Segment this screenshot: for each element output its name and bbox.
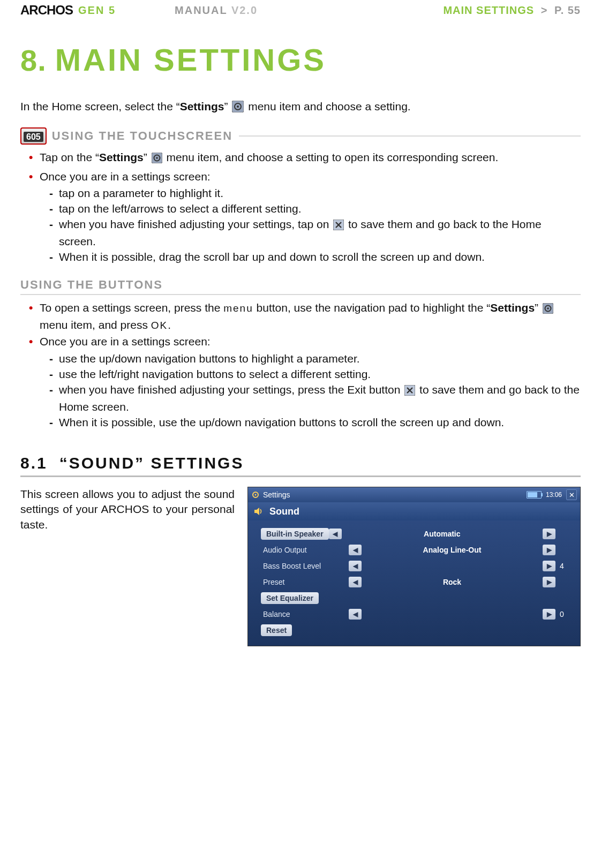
screenshot-title-bar: Sound: [248, 502, 580, 520]
text: tap on a parameter to highlight it.: [59, 187, 223, 199]
arrow-right-icon[interactable]: ▶: [543, 545, 555, 555]
setting-control: ◀▶: [349, 609, 555, 620]
setting-label: Bass Boost Level: [263, 562, 349, 570]
settings-icon: [543, 303, 553, 317]
arrow-left-icon[interactable]: ◀: [329, 529, 342, 539]
screenshot-status-bar: Settings 13:06 ✕: [248, 487, 580, 502]
text: ”: [535, 301, 542, 314]
section-touchscreen: 605 USING THE TOUCHSCREEN: [20, 127, 581, 145]
arrow-right-icon[interactable]: ▶: [543, 577, 555, 587]
close-icon: [333, 219, 344, 233]
section-touchscreen-label: USING THE TOUCHSCREEN: [52, 129, 232, 143]
text: Tap on the “: [40, 151, 99, 163]
list-item: when you have finished adjusting your se…: [49, 217, 581, 248]
arrow-right-icon[interactable]: ▶: [543, 529, 555, 539]
setting-control: ◀Analog Line-Out▶: [349, 545, 555, 555]
setting-value: Automatic: [342, 530, 543, 538]
setting-value: Analog Line-Out: [362, 546, 543, 554]
text: Once you are in a settings screen:: [40, 170, 211, 183]
list-item: Tap on the “Settings” menu item, and cho…: [29, 150, 581, 167]
setting-row: Balance◀▶0: [263, 606, 575, 622]
menu-button-label: menu: [223, 303, 253, 314]
chapter-title: MAIN SETTINGS: [55, 42, 326, 78]
close-icon[interactable]: ✕: [566, 489, 577, 500]
manual-version: V2.0: [231, 4, 258, 16]
text: ”: [144, 151, 151, 163]
arrow-right-icon[interactable]: ▶: [543, 561, 555, 571]
list-item: Once you are in a settings screen: tap o…: [29, 169, 581, 265]
setting-label[interactable]: Set Equalizer: [261, 592, 319, 604]
text: tap on the left/arrows to select a diffe…: [59, 202, 302, 215]
text: .: [168, 319, 171, 331]
settings-icon: [232, 101, 244, 116]
svg-point-2: [237, 105, 239, 108]
text: When it is possible, drag the scroll bar…: [59, 251, 485, 263]
settings-icon: [152, 152, 162, 167]
manual-label: MANUAL V2.0: [175, 4, 258, 17]
setting-control: ◀Rock▶: [349, 577, 555, 587]
setting-label: Preset: [263, 578, 349, 586]
arrow-left-icon[interactable]: ◀: [349, 577, 362, 587]
text: button, use the navigation pad to highli…: [253, 301, 491, 314]
gear-icon: [251, 490, 260, 499]
list-item: When it is possible, drag the scroll bar…: [49, 250, 581, 264]
setting-row: Audio Output◀Analog Line-Out▶: [263, 542, 575, 558]
screenshot-sound-settings: Settings 13:06 ✕ Sound Built-in Speaker◀…: [247, 487, 581, 646]
series-label: GEN 5: [78, 4, 116, 17]
ok-button-label: OK: [151, 320, 168, 331]
setting-control: ◀Automatic▶: [329, 529, 555, 539]
intro-keyword: Settings: [180, 100, 224, 112]
model-badge-label: 605: [24, 132, 43, 142]
intro-tail: menu item and choose a setting.: [245, 100, 410, 112]
keyword: Settings: [490, 301, 535, 314]
list-item: use the up/down navigation buttons to hi…: [49, 351, 581, 366]
page-title: 8. MAIN SETTINGS: [20, 42, 581, 78]
close-icon: [404, 384, 415, 399]
setting-row: Reset: [263, 622, 575, 638]
clock: 13:06: [546, 491, 562, 499]
list-item: tap on the left/arrows to select a diffe…: [49, 201, 581, 216]
text: menu item, and choose a setting to open …: [163, 151, 499, 163]
arrow-right-icon[interactable]: ▶: [543, 609, 555, 620]
intro-post: ”: [224, 100, 231, 112]
chapter-number: 8.: [20, 43, 47, 78]
section-rule: [239, 135, 581, 137]
intro-paragraph: In the Home screen, select the “Settings…: [20, 99, 581, 116]
subsection-heading: “SOUND” SETTINGS: [59, 454, 244, 472]
intro-pre: In the Home screen, select the “: [20, 100, 180, 112]
setting-label[interactable]: Built-in Speaker: [261, 528, 329, 540]
setting-row: Preset◀Rock▶: [263, 574, 575, 590]
model-badge: 605: [20, 127, 47, 145]
list-item: when you have finished adjusting your se…: [49, 382, 581, 414]
screenshot-title: Sound: [269, 506, 299, 517]
setting-extra: 4: [555, 562, 575, 570]
text: use the left/right navigation buttons to…: [59, 368, 371, 380]
brand-logo: ARCHOS: [20, 3, 73, 18]
text: when you have finished adjusting your se…: [59, 383, 403, 396]
text: Once you are in a settings screen:: [40, 335, 211, 348]
arrow-left-icon[interactable]: ◀: [349, 609, 362, 620]
svg-point-5: [156, 157, 158, 159]
screenshot-body: Built-in Speaker◀Automatic▶Audio Output◀…: [248, 520, 580, 646]
breadcrumb: MAIN SETTINGS > P. 55: [443, 4, 581, 17]
setting-control: ◀▶: [349, 561, 555, 571]
text: use the up/down navigation buttons to hi…: [59, 352, 360, 365]
speaker-icon: [253, 506, 264, 517]
list-item: When it is possible, use the up/down nav…: [49, 415, 581, 429]
arrow-left-icon[interactable]: ◀: [349, 545, 362, 555]
setting-value: Rock: [362, 578, 543, 586]
arrow-left-icon[interactable]: ◀: [349, 561, 362, 571]
svg-point-12: [255, 494, 257, 496]
manual-word: MANUAL: [175, 4, 227, 16]
setting-label[interactable]: Reset: [261, 624, 292, 636]
screenshot-bar-title: Settings: [263, 490, 290, 499]
setting-row: Built-in Speaker◀Automatic▶: [263, 526, 575, 542]
page-number: P. 55: [554, 4, 581, 16]
section-buttons-label: USING THE BUTTONS: [20, 278, 581, 295]
setting-row: Bass Boost Level◀▶4: [263, 558, 575, 574]
text: To open a settings screen, press the: [40, 301, 223, 314]
setting-label: Balance: [263, 610, 349, 618]
list-item: Once you are in a settings screen: use t…: [29, 334, 581, 429]
keyword: Settings: [99, 151, 144, 163]
sound-paragraph: This screen allows you to adjust the sou…: [20, 487, 235, 532]
